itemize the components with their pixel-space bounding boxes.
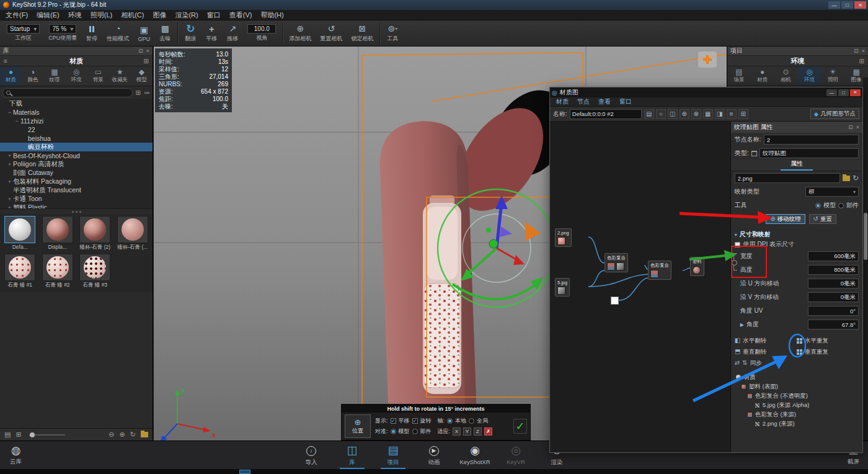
height-input[interactable]: 800毫米 (808, 265, 859, 275)
project-tab-material[interactable]: ●材质 (751, 66, 774, 86)
maximize-button[interactable]: □ (838, 89, 849, 96)
pin-icon[interactable]: ⊡ (848, 124, 853, 130)
rotate-checkbox[interactable]: ✓ (412, 418, 418, 424)
tree-item-plastic[interactable]: +塑料 Plastic (0, 203, 153, 209)
layout-nodes-icon[interactable]: ⊞ (738, 109, 748, 119)
material-thumbnail[interactable]: 石膏 矮 #2 (40, 254, 76, 289)
project-scrollbar[interactable] (863, 78, 868, 440)
panel-splitter-handle[interactable] (0, 209, 153, 214)
plastic-material-node[interactable]: 塑料 (690, 257, 704, 276)
axis-local-radio[interactable] (447, 418, 453, 424)
menu-window[interactable]: 窗口 (203, 11, 225, 20)
save-icon[interactable]: ▤ (644, 109, 654, 119)
fit-x-button[interactable]: X (453, 427, 461, 436)
angle-input[interactable]: 67.8° (808, 320, 859, 329)
dock-keyshotxr-button[interactable]: ◉KeyShotXR (458, 443, 492, 468)
dpi-checkbox[interactable] (735, 242, 740, 248)
performance-mode-button[interactable]: ◔ 性能模式 (102, 20, 133, 46)
axis-global-radio[interactable] (469, 418, 474, 424)
fit-y-button[interactable]: Y (463, 427, 471, 436)
position-mode-button[interactable]: ⊕ 位置 (345, 414, 371, 438)
pin-icon[interactable]: ⊡ (138, 48, 143, 54)
tab-properties[interactable]: 属性 (781, 158, 813, 171)
mg-menu-node[interactable]: 节点 (573, 97, 594, 106)
node-name-input[interactable]: 2 (764, 135, 859, 145)
zoom-out-icon[interactable]: ⊖ (108, 431, 114, 439)
menu-file[interactable]: 文件(F) (1, 11, 32, 20)
texture-node[interactable]: 2.png (555, 228, 572, 247)
geometry-node-button[interactable]: ◆ 几何图形节点 (810, 109, 859, 119)
menu-camera[interactable]: 相机(C) (117, 11, 148, 20)
repeat-vertical-toggle[interactable]: 垂直重复 (797, 348, 859, 356)
lib-tab-favorites[interactable]: ★收藏夹 (109, 66, 131, 86)
panel-close-icon[interactable]: × (146, 48, 149, 54)
denoise-button[interactable]: ▩ 去噪 (154, 20, 175, 46)
add-folder-icon[interactable]: ⊞ (136, 89, 141, 96)
material-thumbnail[interactable]: 石膏 矮 #1 (2, 254, 38, 289)
panel-close-icon[interactable]: × (862, 48, 865, 54)
align-part-radio[interactable] (838, 203, 844, 208)
minimize-button[interactable]: — (826, 89, 837, 96)
workspace-selector[interactable]: Startup▾ 工作区 (2, 20, 44, 46)
tree-node-composite-opacity[interactable]: 色彩复合 (不透明度) (731, 391, 862, 401)
color-composite-node[interactable]: 色彩复合 (604, 253, 628, 272)
reset-camera-button[interactable]: ↺ 重置相机 (316, 20, 347, 46)
project-tab-camera[interactable]: ⊙相机 (774, 66, 798, 86)
reset-button[interactable]: ↺重置 (809, 214, 836, 224)
repeat-horizontal-toggle[interactable]: 水平重复 (797, 337, 859, 345)
color-composite-node[interactable]: 色彩复合 (648, 261, 671, 280)
sync-toggle[interactable]: ⇄⇅同步 (735, 359, 859, 367)
shift-v-input[interactable]: 0毫米 (808, 292, 859, 302)
refresh-icon[interactable]: ↻ (130, 431, 136, 439)
panel-close-icon[interactable]: × (856, 124, 859, 130)
menu-render[interactable]: 渲染(R) (170, 11, 202, 20)
list-view-icon[interactable]: ▤ (4, 431, 11, 439)
tree-item-22[interactable]: 22 (0, 125, 153, 134)
tree-item-cutaway[interactable]: 剖面 Cutaway (0, 169, 153, 177)
dock-keyvr-button[interactable]: ◎KeyVR (499, 443, 533, 468)
align-part-radio[interactable] (412, 429, 418, 434)
confirm-button[interactable]: ✓ (513, 419, 527, 434)
flip-horizontal-toggle[interactable]: ◧水平翻转 (735, 337, 797, 345)
cpu-usage-selector[interactable]: 75 %▾ CPU使用量 (44, 20, 81, 46)
shift-u-input[interactable]: 0毫米 (808, 279, 859, 288)
zoom-in-icon[interactable]: ⊕ (120, 431, 125, 439)
dock-library-button[interactable]: ◫库 (335, 443, 369, 468)
pin-icon[interactable]: ⊡ (854, 48, 859, 54)
menu-help[interactable]: 帮助(H) (256, 11, 288, 20)
close-button[interactable]: ✕ (850, 89, 861, 96)
tree-node-5jpg[interactable]: 5.jpg (来源 Alpha) (731, 401, 862, 410)
mg-menu-window[interactable]: 窗口 (615, 97, 636, 106)
add-camera-button[interactable]: ⊕ 添加相机 (285, 20, 316, 46)
tumble-button[interactable]: ↻ 翻滚 (180, 20, 201, 46)
material-graph-titlebar[interactable]: ◎ 材质图 — □ ✕ (550, 87, 862, 97)
add-node-icon[interactable]: ⊕ (680, 109, 689, 119)
material-thumbnail[interactable]: Defa... (2, 216, 38, 251)
pause-button[interactable]: 暂停 (81, 20, 102, 46)
tree-item-beishua[interactable]: beishua (0, 134, 153, 143)
split-view-icon[interactable]: ◨ (715, 109, 725, 119)
minimize-button[interactable]: — (828, 1, 840, 9)
close-button[interactable]: ✕ (854, 1, 866, 9)
show-textures-icon[interactable]: ◫ (668, 109, 678, 119)
panel-dock-icon[interactable]: ⊞ (144, 58, 149, 65)
thumbnail-size-slider[interactable] (29, 434, 65, 436)
material-thumbnail[interactable]: 矮杯-石膏 (2) (78, 216, 113, 251)
texture-node[interactable]: 5.jpg (555, 278, 570, 297)
align-model-radio[interactable] (391, 429, 396, 434)
width-input[interactable]: 600毫米 (808, 251, 859, 261)
tree-item-best-of-cloud[interactable]: +Best-Of-Keyshot-Cloud (0, 151, 153, 160)
tree-item-downloads[interactable]: 下载 (0, 99, 153, 108)
material-name-input[interactable]: Default:0:0:0 #2 (570, 109, 642, 119)
refresh-icon[interactable]: ↻ (852, 175, 859, 181)
panel-dock-icon[interactable]: ⊞ (859, 58, 864, 65)
tree-item-toon[interactable]: +卡通 Toon (0, 195, 153, 203)
material-thumbnail[interactable]: Displa... (40, 216, 76, 251)
mapping-type-select[interactable]: 框▾ (805, 187, 859, 197)
tree-node-plastic[interactable]: 塑料 (表面) (731, 382, 862, 391)
list-view-icon[interactable]: ≡ (727, 109, 737, 119)
menu-lighting[interactable]: 照明(L) (86, 11, 117, 20)
library-search-input[interactable] (2, 88, 133, 97)
material-thumbnail[interactable]: 石膏 矮 #3 (78, 254, 113, 289)
dolly-button[interactable]: ↗ 推移 (222, 20, 243, 46)
